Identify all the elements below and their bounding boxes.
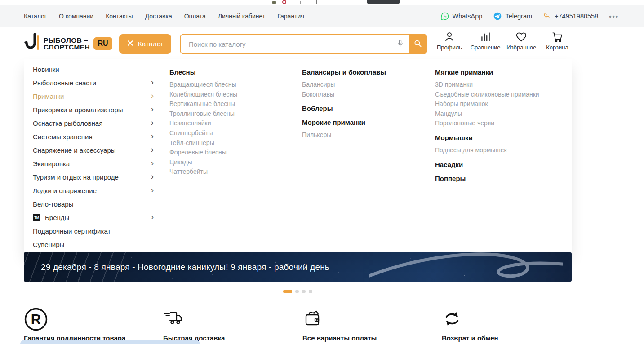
- banner-text: 29 декабря - 8 января - Новогодние каник…: [41, 262, 329, 272]
- sidebar-item-label: Оснастка рыболовная: [33, 119, 102, 127]
- sidebar-item[interactable]: Вело-товары: [24, 197, 160, 211]
- submenu-item[interactable]: Цикады: [169, 158, 293, 168]
- search-submit-button[interactable]: [409, 35, 426, 53]
- sidebar-item[interactable]: Новинки: [24, 62, 160, 76]
- catalog-button[interactable]: Каталог: [119, 34, 171, 54]
- bottom-edge-artifact: [20, 340, 200, 344]
- submenu-item[interactable]: Спиннербейты: [169, 128, 293, 138]
- phone-link[interactable]: +74951980558: [543, 12, 598, 21]
- whatsapp-icon: [440, 12, 449, 21]
- browser-artifact-icon: [300, 1, 301, 4]
- sidebar-item[interactable]: Туризм и отдых на природе›: [24, 170, 160, 184]
- chevron-right-icon: ›: [151, 105, 154, 113]
- chevron-right-icon: ›: [151, 146, 154, 154]
- carousel-dot[interactable]: [309, 290, 312, 293]
- close-icon: [127, 40, 133, 48]
- user-icon: [444, 31, 455, 43]
- submenu-item[interactable]: Наборы приманок: [435, 99, 563, 109]
- topbar-link[interactable]: Контакты: [106, 13, 133, 20]
- submenu-group: Морские приманкиПилькеры: [302, 118, 426, 140]
- sidebar-item-label: Новинки: [33, 66, 59, 73]
- more-menu-button[interactable]: •••: [609, 13, 619, 20]
- chevron-right-icon: ›: [151, 78, 154, 86]
- catalog-submenu: БлесныВращающиеся блесныКолеблющиеся бле…: [160, 59, 572, 252]
- cart-button[interactable]: Корзина: [542, 31, 572, 51]
- topbar-link[interactable]: Гарантия: [277, 13, 304, 20]
- site-logo[interactable]: РЫБОЛОВ – СПОРТСМЕН RU: [24, 32, 112, 55]
- chevron-right-icon: ›: [151, 119, 154, 127]
- telegram-link[interactable]: Telegram: [493, 12, 532, 21]
- telegram-label: Telegram: [505, 13, 532, 20]
- submenu-title[interactable]: Насадки: [435, 160, 563, 169]
- sidebar-item[interactable]: Лодки и снаряжение›: [24, 184, 160, 197]
- submenu-item[interactable]: Бокоплавы: [302, 90, 426, 100]
- submenu-group: Мягкие приманки3D приманкиСъедобные сили…: [435, 67, 563, 128]
- sidebar-item-label: Подарочный сертификат: [33, 227, 111, 235]
- submenu-title[interactable]: Блесны: [169, 67, 293, 77]
- sidebar-item[interactable]: Подарочный сертификат: [24, 224, 160, 238]
- sidebar-item[interactable]: Рыболовные снасти›: [24, 76, 160, 89]
- submenu-item[interactable]: Троллинговые блесны: [169, 109, 293, 119]
- whatsapp-link[interactable]: WhatsApp: [440, 12, 483, 21]
- tm-badge-icon: TM: [33, 214, 40, 221]
- submenu-item[interactable]: 3D приманки: [435, 80, 563, 90]
- submenu-item[interactable]: Вертикальные блесны: [169, 99, 293, 109]
- submenu-item[interactable]: Незацепляйки: [169, 119, 293, 128]
- wallet-icon: [302, 306, 442, 332]
- sidebar-item[interactable]: Экипировка›: [24, 157, 160, 170]
- submenu-item[interactable]: Пилькеры: [302, 130, 426, 140]
- submenu-item[interactable]: Съедобные силиконовые приманки: [435, 90, 563, 100]
- search-input[interactable]: [181, 35, 391, 53]
- promo-banner[interactable]: 29 декабря - 8 января - Новогодние каник…: [24, 252, 572, 282]
- favorites-button[interactable]: Избранное: [506, 31, 536, 51]
- topbar-link[interactable]: Каталог: [24, 13, 47, 20]
- carousel-dot[interactable]: [302, 290, 306, 293]
- submenu-group: Попперы: [435, 174, 563, 183]
- sidebar-item-label: Сувениры: [33, 241, 64, 248]
- carousel-dot[interactable]: [283, 290, 292, 293]
- topbar-link[interactable]: Оплата: [184, 13, 206, 20]
- catalog-mega-menu: НовинкиРыболовные снасти›Приманки›Прикор…: [24, 59, 572, 252]
- submenu-item[interactable]: Подвесы для мормышек: [435, 146, 563, 155]
- sidebar-item[interactable]: Оснастка рыболовная›: [24, 116, 160, 130]
- submenu-item[interactable]: Форелевые блесны: [169, 148, 293, 158]
- profile-button[interactable]: Профиль: [435, 31, 464, 51]
- return-icon: [442, 306, 581, 332]
- voice-search-button[interactable]: [391, 35, 409, 53]
- feature-title: Все варианты оплаты: [302, 334, 442, 342]
- topbar-link[interactable]: О компании: [59, 13, 93, 20]
- feature-delivery: Быстрая доставка: [163, 306, 302, 344]
- submenu-title[interactable]: Мягкие приманки: [435, 67, 563, 77]
- sidebar-item[interactable]: Снаряжение и аксессуары›: [24, 143, 160, 157]
- submenu-item[interactable]: Чаттербейты: [169, 167, 293, 177]
- sidebar-item[interactable]: Сувениры: [24, 238, 160, 251]
- banner-swirl-decoration: [369, 252, 563, 282]
- submenu-item[interactable]: Мандулы: [435, 109, 563, 119]
- compare-button[interactable]: Сравнение: [471, 31, 501, 51]
- submenu-item[interactable]: Колеблющиеся блесны: [169, 90, 293, 100]
- catalog-sidebar: НовинкиРыболовные снасти›Приманки›Прикор…: [24, 59, 160, 252]
- submenu-item[interactable]: Балансиры: [302, 80, 426, 90]
- topbar-link[interactable]: Доставка: [145, 13, 172, 20]
- topbar-links: КаталогО компанииКонтактыДоставкаОплатаЛ…: [24, 13, 304, 20]
- submenu-title[interactable]: Воблеры: [302, 104, 426, 113]
- sidebar-item[interactable]: Системы хранения›: [24, 130, 160, 143]
- carousel-dot[interactable]: [295, 290, 299, 293]
- sidebar-item[interactable]: Прикормки и ароматизаторы›: [24, 103, 160, 116]
- sidebar-item[interactable]: TMБренды›: [24, 211, 160, 224]
- submenu-item[interactable]: Поролоновые черви: [435, 119, 563, 128]
- sidebar-item-label: Рыболовные снасти: [33, 79, 96, 87]
- submenu-item[interactable]: Тейл-спиннеры: [169, 138, 293, 148]
- submenu-title[interactable]: Мормышки: [435, 133, 563, 142]
- topbar-link[interactable]: Личный кабинет: [218, 13, 265, 20]
- submenu-item[interactable]: Вращающиеся блесны: [169, 80, 293, 90]
- submenu-title[interactable]: Попперы: [435, 174, 563, 183]
- topbar-contacts: WhatsApp Telegram +74951980558 •••: [440, 12, 619, 21]
- compare-icon: [480, 31, 491, 43]
- submenu-title[interactable]: Балансиры и бокоплавы: [302, 67, 426, 77]
- microphone-icon: [396, 39, 404, 49]
- profile-label: Профиль: [437, 44, 462, 51]
- submenu-title[interactable]: Морские приманки: [302, 118, 426, 127]
- sidebar-item[interactable]: Приманки›: [24, 89, 160, 103]
- sidebar-item-label: Экипировка: [33, 160, 70, 168]
